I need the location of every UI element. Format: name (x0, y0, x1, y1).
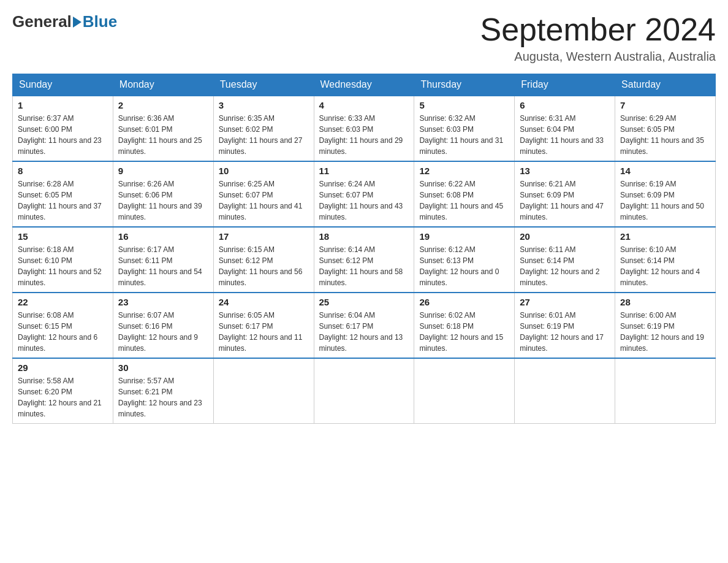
day-number: 9 (118, 166, 208, 176)
day-info: Sunrise: 6:10 AMSunset: 6:14 PMDaylight:… (620, 244, 710, 288)
week-row-2: 8Sunrise: 6:28 AMSunset: 6:05 PMDaylight… (13, 161, 716, 227)
day-number: 30 (118, 362, 208, 373)
day-info: Sunrise: 6:33 AMSunset: 6:03 PMDaylight:… (319, 113, 409, 157)
day-info: Sunrise: 6:19 AMSunset: 6:09 PMDaylight:… (620, 178, 710, 223)
day-number: 3 (219, 100, 309, 110)
day-info: Sunrise: 6:31 AMSunset: 6:04 PMDaylight:… (520, 113, 610, 157)
day-number: 11 (319, 166, 409, 176)
day-number: 27 (520, 297, 610, 307)
calendar-cell: 7Sunrise: 6:29 AMSunset: 6:05 PMDaylight… (615, 96, 716, 161)
calendar-cell (515, 358, 615, 424)
calendar-cell: 10Sunrise: 6:25 AMSunset: 6:07 PMDayligh… (213, 161, 314, 227)
day-number: 24 (219, 297, 309, 307)
day-number: 13 (520, 166, 610, 176)
day-info: Sunrise: 5:57 AMSunset: 6:21 PMDaylight:… (118, 375, 208, 419)
day-number: 2 (118, 100, 208, 110)
day-number: 26 (419, 297, 509, 307)
calendar-cell: 25Sunrise: 6:04 AMSunset: 6:17 PMDayligh… (314, 293, 414, 358)
day-number: 14 (620, 166, 710, 176)
day-info: Sunrise: 6:17 AMSunset: 6:11 PMDaylight:… (118, 244, 208, 288)
day-info: Sunrise: 6:15 AMSunset: 6:12 PMDaylight:… (219, 244, 309, 288)
day-info: Sunrise: 6:25 AMSunset: 6:07 PMDaylight:… (219, 178, 309, 223)
location-text: Augusta, Western Australia, Australia (480, 50, 716, 64)
day-info: Sunrise: 6:05 AMSunset: 6:17 PMDaylight:… (219, 310, 309, 354)
day-number: 29 (18, 362, 108, 373)
day-info: Sunrise: 6:35 AMSunset: 6:02 PMDaylight:… (219, 113, 309, 157)
calendar-cell: 6Sunrise: 6:31 AMSunset: 6:04 PMDaylight… (515, 96, 615, 161)
calendar-cell (414, 358, 515, 424)
logo-arrow-icon (73, 17, 82, 28)
calendar-cell: 19Sunrise: 6:12 AMSunset: 6:13 PMDayligh… (414, 227, 515, 293)
day-info: Sunrise: 6:04 AMSunset: 6:17 PMDaylight:… (319, 310, 409, 354)
calendar-cell: 12Sunrise: 6:22 AMSunset: 6:08 PMDayligh… (414, 161, 515, 227)
calendar-cell: 29Sunrise: 5:58 AMSunset: 6:20 PMDayligh… (13, 358, 113, 424)
calendar-cell: 2Sunrise: 6:36 AMSunset: 6:01 PMDaylight… (113, 96, 213, 161)
weekday-header-friday: Friday (515, 74, 615, 96)
calendar-cell: 16Sunrise: 6:17 AMSunset: 6:11 PMDayligh… (113, 227, 213, 293)
day-info: Sunrise: 6:24 AMSunset: 6:07 PMDaylight:… (319, 178, 409, 223)
day-number: 21 (620, 231, 710, 242)
calendar-cell: 8Sunrise: 6:28 AMSunset: 6:05 PMDaylight… (13, 161, 113, 227)
day-number: 23 (118, 297, 208, 307)
weekday-header-sunday: Sunday (13, 74, 113, 96)
calendar-cell: 15Sunrise: 6:18 AMSunset: 6:10 PMDayligh… (13, 227, 113, 293)
month-title: September 2024 (480, 12, 716, 47)
day-number: 20 (520, 231, 610, 242)
logo-general-text: General (12, 12, 72, 31)
day-info: Sunrise: 6:07 AMSunset: 6:16 PMDaylight:… (118, 310, 208, 354)
calendar-cell: 28Sunrise: 6:00 AMSunset: 6:19 PMDayligh… (615, 293, 716, 358)
page-header: General Blue September 2024 Augusta, Wes… (12, 12, 716, 64)
calendar-cell: 13Sunrise: 6:21 AMSunset: 6:09 PMDayligh… (515, 161, 615, 227)
day-number: 25 (319, 297, 409, 307)
calendar-cell: 11Sunrise: 6:24 AMSunset: 6:07 PMDayligh… (314, 161, 414, 227)
calendar-cell: 14Sunrise: 6:19 AMSunset: 6:09 PMDayligh… (615, 161, 716, 227)
calendar-cell: 18Sunrise: 6:14 AMSunset: 6:12 PMDayligh… (314, 227, 414, 293)
calendar-cell: 5Sunrise: 6:32 AMSunset: 6:03 PMDaylight… (414, 96, 515, 161)
calendar-cell: 26Sunrise: 6:02 AMSunset: 6:18 PMDayligh… (414, 293, 515, 358)
calendar-cell: 30Sunrise: 5:57 AMSunset: 6:21 PMDayligh… (113, 358, 213, 424)
day-number: 28 (620, 297, 710, 307)
calendar-cell: 1Sunrise: 6:37 AMSunset: 6:00 PMDaylight… (13, 96, 113, 161)
week-row-1: 1Sunrise: 6:37 AMSunset: 6:00 PMDaylight… (13, 96, 716, 161)
day-info: Sunrise: 6:02 AMSunset: 6:18 PMDaylight:… (419, 310, 509, 354)
weekday-header-wednesday: Wednesday (314, 74, 414, 96)
week-row-4: 22Sunrise: 6:08 AMSunset: 6:15 PMDayligh… (13, 293, 716, 358)
calendar-cell (314, 358, 414, 424)
week-row-3: 15Sunrise: 6:18 AMSunset: 6:10 PMDayligh… (13, 227, 716, 293)
day-info: Sunrise: 6:37 AMSunset: 6:00 PMDaylight:… (18, 113, 108, 157)
day-info: Sunrise: 6:01 AMSunset: 6:19 PMDaylight:… (520, 310, 610, 354)
day-info: Sunrise: 5:58 AMSunset: 6:20 PMDaylight:… (18, 375, 108, 419)
day-number: 4 (319, 100, 409, 110)
calendar-cell: 27Sunrise: 6:01 AMSunset: 6:19 PMDayligh… (515, 293, 615, 358)
day-info: Sunrise: 6:18 AMSunset: 6:10 PMDaylight:… (18, 244, 108, 288)
day-info: Sunrise: 6:08 AMSunset: 6:15 PMDaylight:… (18, 310, 108, 354)
day-number: 1 (18, 100, 108, 110)
day-number: 16 (118, 231, 208, 242)
week-row-5: 29Sunrise: 5:58 AMSunset: 6:20 PMDayligh… (13, 358, 716, 424)
calendar-cell: 20Sunrise: 6:11 AMSunset: 6:14 PMDayligh… (515, 227, 615, 293)
day-number: 5 (419, 100, 509, 110)
calendar-cell: 23Sunrise: 6:07 AMSunset: 6:16 PMDayligh… (113, 293, 213, 358)
day-info: Sunrise: 6:26 AMSunset: 6:06 PMDaylight:… (118, 178, 208, 223)
day-info: Sunrise: 6:28 AMSunset: 6:05 PMDaylight:… (18, 178, 108, 223)
day-info: Sunrise: 6:29 AMSunset: 6:05 PMDaylight:… (620, 113, 710, 157)
calendar-cell: 22Sunrise: 6:08 AMSunset: 6:15 PMDayligh… (13, 293, 113, 358)
day-number: 17 (219, 231, 309, 242)
calendar-cell (213, 358, 314, 424)
day-info: Sunrise: 6:14 AMSunset: 6:12 PMDaylight:… (319, 244, 409, 288)
calendar-cell: 3Sunrise: 6:35 AMSunset: 6:02 PMDaylight… (213, 96, 314, 161)
day-number: 12 (419, 166, 509, 176)
day-info: Sunrise: 6:12 AMSunset: 6:13 PMDaylight:… (419, 244, 509, 288)
day-info: Sunrise: 6:22 AMSunset: 6:08 PMDaylight:… (419, 178, 509, 223)
calendar-cell: 4Sunrise: 6:33 AMSunset: 6:03 PMDaylight… (314, 96, 414, 161)
weekday-header-thursday: Thursday (414, 74, 515, 96)
day-number: 15 (18, 231, 108, 242)
title-area: September 2024 Augusta, Western Australi… (480, 12, 716, 64)
weekday-header-row: SundayMondayTuesdayWednesdayThursdayFrid… (13, 74, 716, 96)
weekday-header-saturday: Saturday (615, 74, 716, 96)
day-number: 22 (18, 297, 108, 307)
logo-blue-part: Blue (72, 12, 117, 31)
day-number: 18 (319, 231, 409, 242)
day-number: 6 (520, 100, 610, 110)
day-number: 10 (219, 166, 309, 176)
